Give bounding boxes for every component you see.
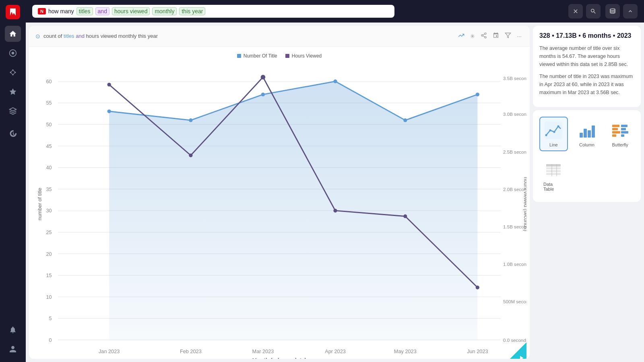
chart-body: Number Of Title Hours Viewed 0 5 10 15 — [29, 47, 530, 359]
svg-text:0.0 seconds: 0.0 seconds — [503, 337, 526, 343]
chart-panel: ⊙ count of titles and hours viewed month… — [29, 26, 530, 359]
content-area: ⊙ count of titles and hours viewed month… — [26, 23, 644, 362]
chart-point — [476, 93, 479, 96]
top-bar: N how many titles and hours viewed month… — [26, 0, 644, 23]
svg-text:May 2023: May 2023 — [394, 348, 417, 354]
summary-card: 328 • 17.13B • 6 months • 2023 The avera… — [533, 26, 641, 107]
svg-text:45: 45 — [46, 143, 52, 149]
chart-type-icon-datatable — [544, 160, 563, 179]
search-token-howmany: how many — [48, 8, 74, 14]
chart-type-icon-butterfly — [611, 121, 630, 140]
chart-point-hours — [476, 286, 479, 289]
svg-point-10 — [610, 8, 615, 10]
summary-text-1: The average number of title over six mon… — [539, 44, 634, 68]
svg-line-7 — [13, 70, 15, 72]
app-logo[interactable] — [6, 5, 20, 19]
svg-text:Feb 2023: Feb 2023 — [180, 348, 202, 354]
svg-marker-16 — [506, 33, 511, 38]
chart-point — [189, 118, 192, 122]
chart-type-butterfly[interactable]: Butterfly — [606, 117, 634, 151]
svg-text:60: 60 — [46, 78, 52, 84]
svg-rect-83 — [546, 173, 561, 175]
sidebar-item-favorites[interactable] — [5, 84, 21, 100]
sidebar-item-history[interactable] — [5, 125, 21, 142]
svg-line-14 — [483, 36, 485, 37]
svg-line-15 — [483, 34, 485, 35]
sidebar — [0, 0, 26, 362]
search-actions — [568, 4, 601, 19]
asterisk-button[interactable]: ✳ — [469, 31, 477, 41]
database-button[interactable] — [605, 4, 620, 19]
search-token-and: and — [95, 7, 109, 15]
chart-type-label-butterfly: Butterfly — [612, 142, 628, 147]
chart-point — [107, 109, 111, 113]
play-icon[interactable] — [518, 354, 525, 359]
more-button[interactable]: ··· — [515, 31, 523, 41]
sidebar-item-activity[interactable] — [5, 45, 21, 61]
svg-line-9 — [13, 72, 15, 75]
search-bar[interactable]: N how many titles and hours viewed month… — [32, 5, 394, 18]
svg-rect-67 — [584, 129, 587, 138]
svg-rect-60 — [545, 121, 562, 139]
svg-text:30: 30 — [46, 208, 52, 214]
svg-rect-73 — [612, 131, 620, 134]
svg-rect-80 — [546, 164, 561, 167]
close-button[interactable] — [568, 4, 583, 19]
summary-stats: 328 • 17.13B • 6 months • 2023 — [539, 32, 634, 39]
sidebar-item-home[interactable] — [5, 26, 21, 42]
chart-type-datatable[interactable]: Data Table — [539, 156, 568, 195]
svg-point-13 — [485, 37, 486, 38]
svg-text:55: 55 — [46, 100, 52, 106]
settings-button[interactable] — [623, 4, 638, 19]
chart-point-hours — [261, 75, 266, 80]
sidebar-bottom — [5, 322, 21, 357]
chart-type-column[interactable]: Column — [573, 117, 601, 151]
legend-dot-titles — [237, 54, 241, 58]
trend-button[interactable] — [456, 31, 466, 41]
pin-button[interactable] — [491, 31, 501, 41]
svg-line-8 — [10, 72, 13, 75]
svg-text:Jun 2023: Jun 2023 — [467, 348, 488, 354]
legend-dot-hours — [285, 54, 289, 58]
svg-rect-71 — [612, 125, 619, 127]
main-content: N how many titles and hours viewed month… — [26, 0, 644, 362]
svg-point-61 — [545, 134, 547, 136]
filter-button[interactable] — [503, 31, 513, 41]
svg-text:40: 40 — [46, 165, 52, 171]
svg-point-64 — [557, 125, 559, 128]
svg-text:3.5B seconds: 3.5B seconds — [503, 76, 526, 81]
netflix-badge: N — [38, 8, 46, 14]
legend-titles: Number Of Title — [237, 53, 277, 59]
legend-hours: Hours Viewed — [285, 53, 322, 59]
search-token-thisyear: this year — [179, 7, 205, 15]
chart-type-line[interactable]: Line — [539, 117, 568, 151]
sidebar-item-layers[interactable] — [5, 103, 21, 119]
chart-type-card: Line Column — [533, 110, 641, 202]
chart-header: ⊙ count of titles and hours viewed month… — [29, 26, 530, 47]
svg-text:20: 20 — [46, 251, 52, 257]
chart-type-icon-line — [544, 121, 563, 140]
chart-type-label-datatable: Data Table — [543, 182, 564, 191]
legend-label-titles: Number Of Title — [244, 53, 277, 59]
search-button[interactable] — [586, 4, 601, 19]
svg-text:50: 50 — [46, 121, 52, 128]
summary-text-2: The number of title in 2023 was maximum … — [539, 72, 634, 97]
play-button-container — [506, 342, 526, 359]
chart-svg-container: 0 5 10 15 20 25 30 35 40 45 50 55 60 — [32, 64, 526, 359]
svg-rect-68 — [588, 130, 591, 138]
svg-text:Month (release date): Month (release date) — [252, 357, 306, 359]
search-token-titles: titles — [76, 7, 93, 15]
svg-text:5: 5 — [49, 315, 52, 321]
right-panel: 328 • 17.13B • 6 months • 2023 The avera… — [533, 26, 641, 359]
svg-text:Apr 2023: Apr 2023 — [325, 348, 346, 354]
share-button[interactable] — [479, 31, 489, 41]
chart-point-hours — [333, 209, 337, 212]
chart-svg: 0 5 10 15 20 25 30 35 40 45 50 55 60 — [32, 64, 526, 359]
svg-rect-79 — [545, 161, 562, 179]
sidebar-item-connections[interactable] — [5, 64, 21, 80]
chart-point-hours — [189, 154, 192, 157]
sidebar-item-notifications[interactable] — [5, 322, 21, 338]
sidebar-item-profile[interactable] — [5, 341, 21, 357]
svg-text:25: 25 — [46, 229, 52, 235]
svg-point-62 — [549, 130, 551, 132]
